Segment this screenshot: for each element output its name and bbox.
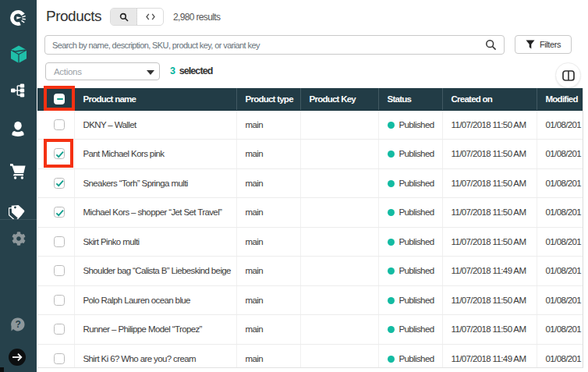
- svg-text:?: ?: [16, 319, 21, 330]
